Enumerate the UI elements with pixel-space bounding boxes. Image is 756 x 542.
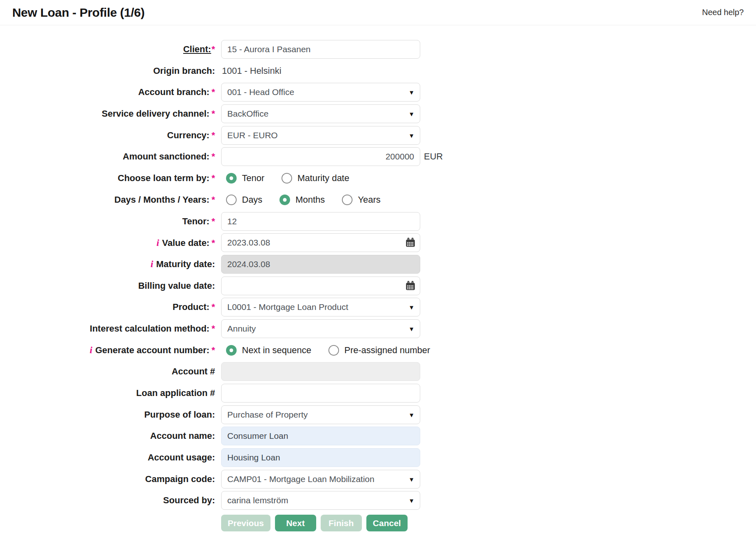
row-product: Product:* L0001 - Mortgage Loan Product … <box>0 298 756 316</box>
account-name-value: Consumer Loan <box>227 431 288 441</box>
radio-months[interactable]: Months <box>279 195 325 205</box>
account-usage-label: Account usage: <box>148 452 215 462</box>
chevron-down-icon: ▼ <box>408 476 415 482</box>
account-usage-field[interactable]: Housing Loan <box>221 448 420 467</box>
choose-loan-term-by-label: Choose loan term by: <box>118 173 210 183</box>
value-date-value: 2023.03.08 <box>227 238 270 248</box>
interest-calculation-method-select[interactable]: Annuity ▼ <box>221 319 420 338</box>
chevron-down-icon: ▼ <box>408 304 415 311</box>
chevron-down-icon: ▼ <box>408 111 415 117</box>
row-choose-loan-term-by: Choose loan term by:* Tenor Maturity dat… <box>0 169 756 188</box>
info-icon[interactable]: i <box>151 259 153 269</box>
product-selected-value: L0001 - Mortgage Loan Product <box>227 302 348 312</box>
amount-sanctioned-label: Amount sanctioned: <box>123 151 210 161</box>
chevron-down-icon: ▼ <box>408 411 415 418</box>
row-interest-calculation-method: Interest calculation method:* Annuity ▼ <box>0 319 756 338</box>
loan-application-number-input[interactable] <box>221 384 420 403</box>
billing-value-date-field[interactable] <box>221 277 420 295</box>
next-button[interactable]: Next <box>275 515 316 531</box>
client-input[interactable] <box>221 40 420 59</box>
need-help-link[interactable]: Need help? <box>702 8 744 17</box>
chevron-down-icon: ▼ <box>408 132 415 139</box>
value-date-field[interactable]: 2023.03.08 <box>221 233 420 252</box>
account-number-field-disabled <box>221 362 420 381</box>
product-select[interactable]: L0001 - Mortgage Loan Product ▼ <box>221 298 420 316</box>
required-asterisk: * <box>211 87 215 97</box>
account-branch-label: Account branch: <box>138 87 210 97</box>
required-asterisk: * <box>211 44 215 54</box>
radio-next-in-sequence[interactable]: Next in sequence <box>226 345 311 356</box>
service-delivery-channel-select[interactable]: BackOffice ▼ <box>221 104 420 123</box>
radio-maturity-date[interactable]: Maturity date <box>282 173 349 184</box>
radio-button-icon[interactable] <box>226 195 237 205</box>
days-months-years-label: Days / Months / Years: <box>114 195 209 205</box>
row-sourced-by: Sourced by: carina lemström ▼ <box>0 491 756 510</box>
currency-selected-value: EUR - EURO <box>227 131 278 140</box>
account-branch-select[interactable]: 001 - Head Office ▼ <box>221 83 420 102</box>
radio-button-icon[interactable] <box>226 173 237 184</box>
page-header: New Loan - Profile (1/6) Need help? <box>0 0 756 25</box>
calendar-icon[interactable] <box>405 280 416 292</box>
required-asterisk: * <box>211 173 215 183</box>
tenor-input[interactable] <box>221 212 420 231</box>
generate-account-number-label: Generate account number: <box>95 345 209 355</box>
campaign-code-select[interactable]: CAMP01 - Mortgage Loan Mobilization ▼ <box>221 470 420 489</box>
radio-years[interactable]: Years <box>342 195 380 205</box>
maturity-date-value: 2024.03.08 <box>227 259 270 269</box>
info-icon[interactable]: i <box>90 345 93 355</box>
row-days-months-years: Days / Months / Years:* Days Months Year… <box>0 190 756 209</box>
currency-suffix: EUR <box>424 151 443 162</box>
required-asterisk: * <box>211 130 215 140</box>
value-date-label: Value date: <box>162 238 209 248</box>
required-asterisk: * <box>211 302 215 312</box>
currency-select[interactable]: EUR - EURO ▼ <box>221 126 420 145</box>
previous-button[interactable]: Previous <box>221 515 270 531</box>
row-purpose-of-loan: Purpose of loan: Purchase of Property ▼ <box>0 405 756 424</box>
radio-days[interactable]: Days <box>226 195 262 205</box>
finish-button[interactable]: Finish <box>321 515 362 531</box>
required-asterisk: * <box>211 345 215 355</box>
new-loan-form: Client:* Origin branch: 1001 - Helsinki … <box>0 25 756 531</box>
billing-value-date-label: Billing value date: <box>138 281 215 291</box>
campaign-code-selected-value: CAMP01 - Mortgage Loan Mobilization <box>227 474 375 484</box>
service-delivery-channel-label: Service delivery channel: <box>102 108 209 119</box>
radio-button-icon[interactable] <box>342 195 353 205</box>
sourced-by-select[interactable]: carina lemström ▼ <box>221 491 420 510</box>
row-amount-sanctioned: Amount sanctioned:* EUR <box>0 147 756 166</box>
required-asterisk: * <box>211 323 215 334</box>
required-asterisk: * <box>211 238 215 248</box>
radio-button-icon[interactable] <box>328 345 339 356</box>
interest-calculation-method-label: Interest calculation method: <box>90 323 209 334</box>
required-asterisk: * <box>211 216 215 226</box>
client-label: Client: <box>183 44 211 54</box>
row-loan-application-number: Loan application # <box>0 384 756 403</box>
radio-button-icon[interactable] <box>279 195 290 205</box>
row-generate-account-number: iGenerate account number:* Next in seque… <box>0 341 756 360</box>
info-icon[interactable]: i <box>157 237 160 248</box>
row-account-number: Account # <box>0 362 756 381</box>
radio-tenor[interactable]: Tenor <box>226 173 264 184</box>
row-client: Client:* <box>0 40 756 59</box>
radio-button-icon[interactable] <box>226 345 237 356</box>
row-tenor: Tenor:* <box>0 212 756 231</box>
row-currency: Currency:* EUR - EURO ▼ <box>0 126 756 145</box>
product-label: Product: <box>173 302 209 312</box>
radio-pre-assigned-number[interactable]: Pre-assigned number <box>328 345 430 356</box>
purpose-of-loan-select[interactable]: Purchase of Property ▼ <box>221 405 420 424</box>
account-usage-value: Housing Loan <box>227 453 280 462</box>
account-branch-selected-value: 001 - Head Office <box>227 87 294 97</box>
amount-sanctioned-input[interactable] <box>221 147 420 166</box>
currency-label: Currency: <box>167 130 210 140</box>
origin-branch-value: 1001 - Helsinki <box>222 66 282 76</box>
interest-calculation-method-selected-value: Annuity <box>227 324 256 334</box>
campaign-code-label: Campaign code: <box>145 474 215 484</box>
row-campaign-code: Campaign code: CAMP01 - Mortgage Loan Mo… <box>0 470 756 489</box>
cancel-button[interactable]: Cancel <box>366 515 408 531</box>
required-asterisk: * <box>211 151 215 161</box>
row-value-date: iValue date:* 2023.03.08 <box>0 233 756 252</box>
radio-button-icon[interactable] <box>282 173 292 184</box>
calendar-icon[interactable] <box>405 237 416 248</box>
account-name-field[interactable]: Consumer Loan <box>221 427 420 445</box>
wizard-button-row: Previous Next Finish Cancel <box>221 515 756 531</box>
chevron-down-icon: ▼ <box>408 325 415 332</box>
